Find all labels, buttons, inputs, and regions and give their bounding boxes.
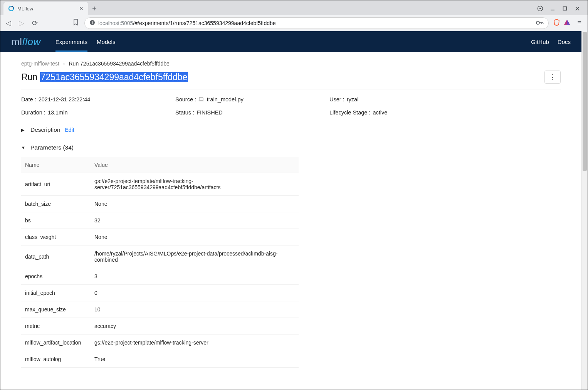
maximize-icon[interactable]	[561, 5, 568, 12]
meta-duration-value: 13.1min	[48, 109, 68, 116]
nav-experiments[interactable]: Experiments	[55, 31, 87, 52]
breadcrumb: eptg-mlflow-test › Run 7251ac3655934299a…	[21, 61, 561, 67]
brave-shield-icon[interactable]	[553, 19, 560, 27]
tab-title: MLflow	[17, 6, 76, 12]
minimize-icon[interactable]	[549, 5, 556, 12]
incognito-icon[interactable]	[537, 5, 544, 12]
param-value: /home/ryzal/Projects/AISG/MLOps/e2e-proj…	[91, 245, 299, 268]
run-actions-menu[interactable]: ⋮	[544, 71, 561, 84]
close-window-icon[interactable]	[574, 5, 581, 12]
param-value: gs://e2e-project-template/mlflow-trackin…	[91, 173, 299, 196]
tab-close-icon[interactable]: ✕	[79, 5, 84, 12]
edit-description-link[interactable]: Edit	[65, 127, 74, 133]
svg-rect-8	[92, 22, 93, 24]
param-value: None	[91, 229, 299, 245]
svg-point-2	[539, 8, 541, 9]
browser-menu-icon[interactable]: ≡	[575, 19, 584, 27]
scrollbar[interactable]	[581, 31, 588, 390]
param-name: class_weight	[21, 229, 91, 245]
site-info-icon[interactable]	[89, 20, 95, 27]
table-row[interactable]: initial_epoch0	[21, 285, 299, 301]
table-row[interactable]: data_path/home/ryzal/Projects/AISG/MLOps…	[21, 245, 299, 268]
svg-point-9	[92, 21, 93, 22]
param-value: accuracy	[91, 318, 299, 335]
mlflow-favicon	[8, 5, 14, 12]
parameters-table: Name Value artifact_urigs://e2e-project-…	[21, 157, 299, 368]
svg-rect-14	[199, 98, 203, 100]
param-name: mlflow_artifact_location	[21, 335, 91, 351]
meta-date-label: Date	[21, 96, 36, 103]
bookmark-icon[interactable]	[71, 19, 80, 27]
meta-user-value: ryzal	[347, 96, 359, 103]
meta-user-label: User	[329, 96, 344, 103]
browser-tab-strip: MLflow ✕ +	[0, 0, 588, 15]
param-name: batch_size	[21, 196, 91, 212]
table-row[interactable]: mlflow_artifact_locationgs://e2e-project…	[21, 335, 299, 351]
breadcrumb-experiment[interactable]: eptg-mlflow-test	[21, 61, 59, 67]
new-tab-button[interactable]: +	[88, 4, 101, 13]
separator	[21, 89, 561, 89]
table-row[interactable]: epochs3	[21, 268, 299, 285]
meta-lifecycle-value: active	[373, 109, 387, 116]
col-header-value[interactable]: Value	[91, 157, 299, 173]
back-button[interactable]: ◁	[4, 19, 13, 27]
nav-models[interactable]: Models	[97, 31, 115, 52]
meta-status-value: FINISHED	[197, 109, 223, 116]
meta-lifecycle-label: Lifecycle Stage	[329, 109, 370, 116]
browser-toolbar: ◁ ▷ ⟳ localhost:5005/#/experiments/1/run…	[0, 15, 588, 31]
caret-right-icon[interactable]: ▶	[21, 128, 26, 133]
section-description-title: Description	[30, 126, 60, 133]
meta-source-label: Source	[175, 96, 196, 103]
extension-icons	[553, 19, 570, 27]
table-row[interactable]: class_weightNone	[21, 229, 299, 245]
param-name: epochs	[21, 268, 91, 285]
nav-github[interactable]: GitHub	[531, 39, 549, 45]
table-row[interactable]: mlflow_autologTrue	[21, 351, 299, 368]
param-name: max_queue_size	[21, 301, 91, 318]
caret-down-icon[interactable]: ▼	[21, 145, 26, 150]
svg-point-10	[536, 21, 539, 24]
breadcrumb-current: Run 7251ac3655934299aad4cfebf5ffddbe	[69, 61, 169, 67]
mlflow-logo[interactable]: mlflow	[11, 36, 41, 48]
param-value: 10	[91, 301, 299, 318]
forward-button[interactable]: ▷	[17, 19, 26, 27]
param-value: True	[91, 351, 299, 368]
param-name: mlflow_autolog	[21, 351, 91, 368]
app-viewport: mlflow Experiments Models GitHub Docs ep…	[0, 31, 581, 390]
table-row[interactable]: batch_sizeNone	[21, 196, 299, 212]
mlflow-header: mlflow Experiments Models GitHub Docs	[0, 31, 581, 52]
reload-button[interactable]: ⟳	[30, 19, 39, 27]
browser-tab[interactable]: MLflow ✕	[3, 2, 88, 15]
param-name: initial_epoch	[21, 285, 91, 301]
param-name: data_path	[21, 245, 91, 268]
run-id-selected: 7251ac3655934299aad4cfebf5ffddbe	[40, 72, 188, 82]
window-controls	[537, 5, 585, 12]
table-row[interactable]: artifact_urigs://e2e-project-template/ml…	[21, 173, 299, 196]
chevron-right-icon: ›	[63, 61, 65, 67]
laptop-icon	[198, 97, 205, 103]
brave-rewards-icon[interactable]	[564, 19, 570, 27]
param-name: bs	[21, 212, 91, 229]
param-value: 0	[91, 285, 299, 301]
param-value: None	[91, 196, 299, 212]
meta-source-value: train_model.py	[198, 96, 244, 103]
col-header-name[interactable]: Name	[21, 157, 91, 173]
param-value: 32	[91, 212, 299, 229]
nav-docs[interactable]: Docs	[558, 39, 571, 45]
section-parameters-title: Parameters (34)	[30, 144, 74, 151]
url-text: localhost:5005/#/experiments/1/runs/7251…	[98, 20, 533, 26]
run-metadata: Date 2021-12-31 23:22:44 Source train_mo…	[21, 96, 561, 116]
svg-rect-4	[563, 7, 567, 10]
param-value: 3	[91, 268, 299, 285]
param-value: gs://e2e-project-template/mlflow-trackin…	[91, 335, 299, 351]
key-icon[interactable]	[536, 20, 544, 26]
table-row[interactable]: max_queue_size10	[21, 301, 299, 318]
meta-duration-label: Duration	[21, 109, 45, 116]
page-title: Run 7251ac3655934299aad4cfebf5ffddbe	[21, 72, 188, 82]
meta-date-value: 2021-12-31 23:22:44	[39, 96, 91, 103]
table-row[interactable]: metricaccuracy	[21, 318, 299, 335]
address-bar[interactable]: localhost:5005/#/experiments/1/runs/7251…	[84, 17, 549, 29]
scrollbar-thumb[interactable]	[583, 32, 587, 171]
param-name: metric	[21, 318, 91, 335]
table-row[interactable]: bs32	[21, 212, 299, 229]
